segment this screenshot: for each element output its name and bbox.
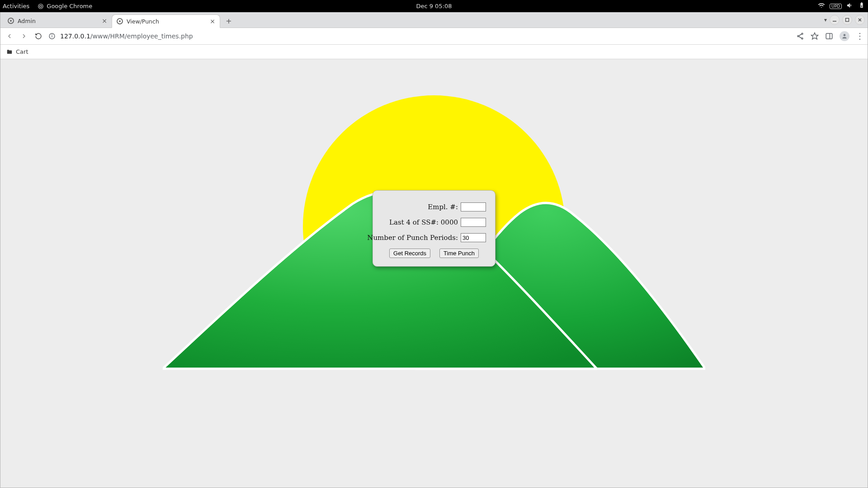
activities-button[interactable]: Activities — [3, 3, 29, 9]
ssn-last4-label: Last 4 of SS#: 0000 — [389, 218, 458, 226]
window-minimize-button[interactable] — [830, 15, 840, 25]
os-top-bar: Activities Google Chrome Dec 9 05:08 UPD — [0, 0, 868, 12]
svg-point-9 — [802, 33, 803, 34]
tab-title: Admin — [18, 18, 36, 24]
svg-point-8 — [52, 35, 52, 35]
svg-point-1 — [40, 5, 42, 7]
svg-point-10 — [797, 36, 799, 37]
new-tab-button[interactable]: + — [223, 15, 235, 27]
bookmarks-bar: Cart — [0, 45, 868, 59]
tab-strip: Admin × View/Punch × + ▾ — [0, 12, 868, 28]
svg-point-0 — [38, 4, 43, 9]
window-maximize-button[interactable] — [842, 15, 852, 25]
url-host: 127.0.0.1 — [60, 33, 90, 40]
time-punch-button[interactable]: Time Punch — [439, 249, 479, 258]
input-source-indicator[interactable]: UPD — [830, 4, 842, 9]
empl-number-label: Empl. #: — [428, 203, 458, 211]
get-records-button[interactable]: Get Records — [389, 249, 430, 258]
svg-point-11 — [802, 38, 803, 39]
reload-button[interactable] — [33, 31, 44, 42]
power-icon[interactable] — [858, 2, 865, 10]
forward-button[interactable] — [19, 31, 29, 42]
empl-number-input[interactable] — [461, 202, 486, 211]
svg-line-12 — [799, 34, 802, 36]
globe-icon — [8, 18, 14, 24]
punch-form-panel: Empl. #: Last 4 of SS#: 0000 Number of P… — [373, 190, 495, 267]
active-app-name: Google Chrome — [47, 3, 92, 9]
volume-icon[interactable] — [846, 2, 854, 10]
svg-line-13 — [799, 37, 802, 38]
share-button[interactable] — [796, 32, 804, 40]
tab-admin[interactable]: Admin × — [3, 14, 112, 28]
chrome-icon — [38, 3, 44, 9]
svg-marker-14 — [811, 33, 818, 39]
page-viewport: Empl. #: Last 4 of SS#: 0000 Number of P… — [0, 59, 868, 488]
site-info-button[interactable] — [47, 32, 57, 41]
bookmark-label: Cart — [16, 48, 28, 55]
bookmark-folder-cart[interactable]: Cart — [6, 48, 28, 55]
url-path: /www/HRM/employee_times.php — [90, 33, 193, 40]
punch-periods-input[interactable] — [461, 233, 486, 242]
folder-icon — [6, 49, 13, 55]
active-app-indicator[interactable]: Google Chrome — [38, 3, 92, 9]
ssn-last4-input[interactable] — [461, 218, 486, 227]
address-bar: 127.0.0.1/www/HRM/employee_times.php ⋮ — [0, 28, 868, 45]
tab-view-punch[interactable]: View/Punch × — [112, 14, 220, 28]
wifi-icon[interactable] — [818, 2, 825, 10]
svg-point-17 — [844, 34, 846, 36]
globe-icon — [117, 18, 123, 24]
url-text[interactable]: 127.0.0.1/www/HRM/employee_times.php — [60, 33, 193, 40]
tab-close-button[interactable]: × — [102, 17, 107, 24]
bookmark-star-button[interactable] — [811, 32, 819, 40]
profile-avatar-button[interactable] — [840, 31, 849, 41]
tab-title: View/Punch — [127, 18, 159, 25]
window-close-button[interactable] — [855, 15, 865, 25]
svg-rect-3 — [846, 19, 849, 22]
side-panel-button[interactable] — [825, 32, 833, 40]
clock[interactable]: Dec 9 05:08 — [416, 3, 452, 9]
tabs-dropdown-button[interactable]: ▾ — [824, 17, 827, 23]
back-button[interactable] — [4, 31, 15, 42]
browser-window: Admin × View/Punch × + ▾ — [0, 12, 868, 488]
svg-rect-15 — [826, 33, 832, 39]
tab-close-button[interactable]: × — [210, 18, 215, 25]
punch-periods-label: Number of Punch Periods: — [367, 234, 458, 242]
chrome-menu-button[interactable]: ⋮ — [856, 32, 864, 40]
